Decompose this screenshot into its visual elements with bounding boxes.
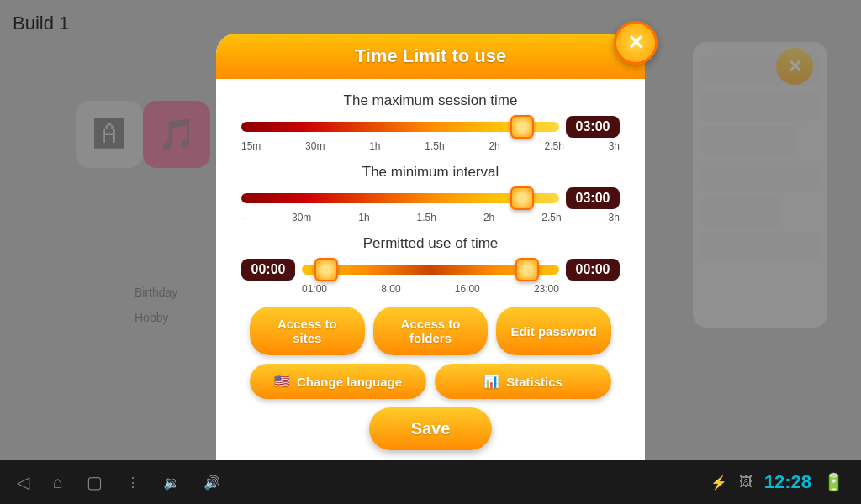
max-session-labels: 15m 30m 1h 1.5h 2h 2.5h 3h: [241, 140, 620, 152]
permitted-slider-track[interactable]: [302, 265, 559, 275]
bar-chart-icon: 📊: [483, 374, 499, 389]
permitted-labels: 01:00 8:00 16:00 23:00: [241, 283, 620, 295]
dialog-wrapper: Time Limit to use ✕ The maximum session …: [216, 34, 645, 504]
dialog-header: Time Limit to use ✕: [216, 34, 645, 79]
nav-icons-right: ⚡ 🖼 12:28 🔋: [710, 471, 844, 493]
min-interval-section: The minimum interval 03:00 - 30m 1h 1.5h…: [241, 164, 620, 223]
flag-icon: 🇺🇸: [274, 374, 290, 389]
battery-icon: 🔋: [823, 472, 844, 492]
max-session-slider-container: 03:00: [241, 116, 620, 138]
max-session-title: The maximum session time: [241, 92, 620, 109]
permitted-value-left: 00:00: [241, 259, 295, 281]
save-button[interactable]: Save: [369, 407, 493, 450]
change-language-button[interactable]: 🇺🇸 Change language: [250, 364, 426, 399]
time-limit-dialog: Time Limit to use ✕ The maximum session …: [216, 34, 645, 480]
button-row-1: Access to sites Access to folders Edit p…: [241, 307, 620, 355]
edit-password-button[interactable]: Edit password: [496, 307, 611, 355]
usb-icon: ⚡: [710, 475, 727, 491]
menu-icon[interactable]: ⋮: [126, 475, 140, 491]
dialog-title: Time Limit to use: [355, 45, 507, 66]
min-interval-slider-track[interactable]: [241, 193, 559, 203]
screenshot-icon: 🖼: [739, 475, 753, 490]
permitted-thumb-left[interactable]: [314, 258, 338, 281]
min-interval-slider-thumb[interactable]: [510, 186, 534, 210]
recents-icon[interactable]: ▢: [87, 472, 103, 492]
permitted-thumb-right[interactable]: [515, 258, 539, 281]
statistics-button[interactable]: 📊 Statistics: [435, 364, 611, 399]
save-row: Save: [241, 407, 620, 450]
nav-icons-left: ◁ ⌂ ▢ ⋮ 🔉 🔊: [17, 472, 220, 492]
time-display: 12:28: [764, 471, 811, 493]
min-interval-labels: - 30m 1h 1.5h 2h 2.5h 3h: [241, 212, 620, 223]
vol-up-icon[interactable]: 🔊: [203, 475, 220, 491]
dialog-body: The maximum session time 03:00 15m 30m 1…: [216, 79, 645, 464]
nav-bar: ◁ ⌂ ▢ ⋮ 🔉 🔊 ⚡ 🖼 12:28 🔋: [0, 460, 861, 504]
permitted-value-right: 00:00: [566, 259, 620, 281]
min-interval-value: 03:00: [566, 187, 620, 209]
close-button[interactable]: ✕: [614, 21, 658, 65]
min-interval-slider-container: 03:00: [241, 187, 620, 209]
vol-down-icon[interactable]: 🔉: [163, 475, 180, 491]
button-row-2: 🇺🇸 Change language 📊 Statistics: [241, 364, 620, 399]
access-folders-button[interactable]: Access to folders: [373, 307, 489, 355]
permitted-slider-row: 00:00 00:00: [241, 259, 620, 281]
max-session-slider-thumb[interactable]: [510, 115, 534, 139]
max-session-value: 03:00: [566, 116, 620, 138]
min-interval-title: The minimum interval: [241, 164, 620, 181]
permitted-section: Permitted use of time 00:00 00:00 01:00 …: [241, 235, 620, 295]
permitted-title: Permitted use of time: [241, 235, 620, 252]
home-icon[interactable]: ⌂: [53, 473, 63, 492]
access-sites-button[interactable]: Access to sites: [250, 307, 365, 355]
max-session-section: The maximum session time 03:00 15m 30m 1…: [241, 92, 620, 152]
max-session-slider-track[interactable]: [241, 122, 559, 132]
back-icon[interactable]: ◁: [17, 472, 29, 492]
